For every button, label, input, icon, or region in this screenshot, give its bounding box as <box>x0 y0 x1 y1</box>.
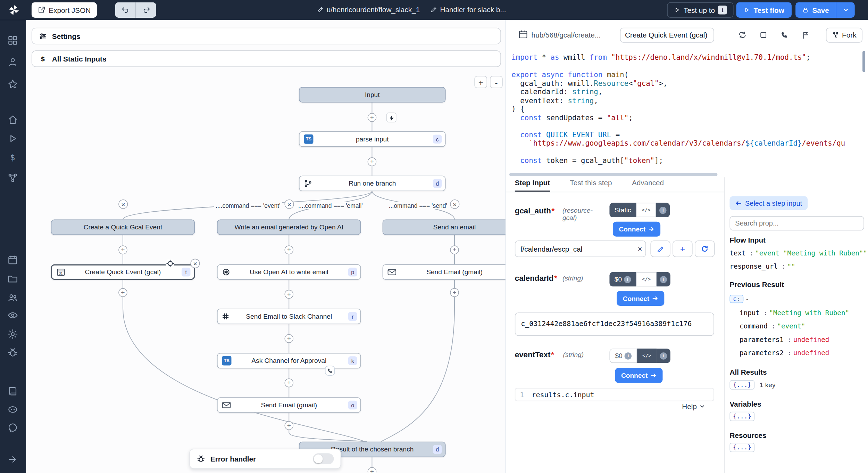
code-mode-button[interactable] <box>637 349 657 363</box>
sync-icon[interactable] <box>736 29 749 41</box>
static-value-pill[interactable]: $0 <box>609 349 637 363</box>
info-icon[interactable] <box>656 272 670 286</box>
vertical-scrollbar[interactable] <box>862 51 865 72</box>
insert-step-button[interactable] <box>118 288 127 297</box>
static-inputs-bar[interactable]: $ All Static Inputs <box>32 50 501 67</box>
tab-step-input[interactable]: Step Input <box>515 178 550 191</box>
move-step-handle[interactable] <box>166 259 175 268</box>
error-handler-toggle[interactable] <box>313 453 334 464</box>
flow-summary[interactable]: Handler for slack b... <box>440 6 506 14</box>
resource-path-input[interactable] <box>515 240 646 257</box>
flow-settings-bar[interactable]: Settings <box>32 28 501 44</box>
delete-branch-button[interactable] <box>118 199 128 209</box>
workers-bug-icon[interactable] <box>7 347 18 358</box>
export-json-button[interactable]: Export JSON <box>32 2 97 18</box>
variables-row[interactable]: {...} <box>729 412 754 421</box>
edit-summary-icon[interactable] <box>431 6 437 13</box>
square-icon[interactable] <box>757 29 769 41</box>
expand-sidebar-icon[interactable] <box>7 454 18 465</box>
save-more-button[interactable] <box>836 2 855 18</box>
search-prop-input[interactable] <box>729 216 864 230</box>
branch-header-openai[interactable]: Write an email generated by Open AI <box>217 219 361 235</box>
insert-step-button[interactable] <box>450 288 459 297</box>
step-node-gmail-2[interactable]: Send Email (gmail) <box>383 264 506 280</box>
refresh-resource-button[interactable] <box>695 240 715 257</box>
phone-icon[interactable] <box>778 29 791 41</box>
suspend-phone-icon[interactable] <box>325 366 335 376</box>
star-icon[interactable] <box>7 79 18 90</box>
prop-row[interactable]: text "event "Meeting with Ruben"" <box>729 249 867 257</box>
fork-button[interactable]: Fork <box>826 28 862 43</box>
insert-step-button[interactable] <box>368 113 377 122</box>
object-chip[interactable]: {...} <box>729 380 754 390</box>
trigger-bolt-button[interactable] <box>386 113 397 123</box>
insert-step-button[interactable] <box>368 157 377 166</box>
event-text-expression-editor[interactable]: 1 results.c.input <box>515 388 714 401</box>
schedules-calendar-icon[interactable] <box>7 254 18 266</box>
add-resource-button[interactable]: + <box>673 240 692 257</box>
flow-path[interactable]: u/henricourdent/flow_slack_1 <box>327 6 420 14</box>
calendar-id-value-editor[interactable]: c_0312442e881ae6fcf1dec23f54916a389f1c17… <box>515 312 714 336</box>
step-name-input[interactable] <box>620 28 714 43</box>
connect-button[interactable]: Connect <box>617 291 664 306</box>
insert-step-button[interactable] <box>285 378 294 388</box>
prop-row[interactable]: response_url "" <box>729 263 795 270</box>
prop-row[interactable]: c - <box>729 295 749 303</box>
help-link[interactable]: Help <box>682 402 705 411</box>
edit-path-icon[interactable] <box>317 6 324 13</box>
apps-grid-icon[interactable] <box>7 35 18 46</box>
runs-play-icon[interactable] <box>7 133 18 144</box>
audit-eye-icon[interactable] <box>7 310 18 321</box>
step-id-chip[interactable]: c <box>729 295 743 303</box>
info-icon[interactable] <box>656 203 670 217</box>
insert-step-button[interactable] <box>450 245 459 254</box>
all-results-row[interactable]: {...} 1 key <box>729 380 775 390</box>
prop-row[interactable]: parameters2 undefined <box>740 349 829 357</box>
prop-row[interactable]: command "event" <box>740 323 805 330</box>
zoom-in-button[interactable]: + <box>474 76 487 88</box>
insert-step-button[interactable] <box>285 334 294 343</box>
code-mode-button[interactable] <box>636 272 657 286</box>
settings-gear-icon[interactable] <box>7 328 18 340</box>
resources-row[interactable]: {...} <box>729 443 754 452</box>
flow-input-node[interactable]: Input <box>299 87 446 103</box>
code-editor[interactable]: import * as wmill from "https://deno.lan… <box>506 49 863 172</box>
test-flow-button[interactable]: Test flow <box>736 2 792 18</box>
tab-test-this-step[interactable]: Test this step <box>570 178 612 191</box>
static-value-pill[interactable]: $0 <box>609 272 636 286</box>
flow-canvas[interactable]: Settings $ All Static Inputs + - Input p… <box>26 20 506 473</box>
home-icon[interactable] <box>7 114 18 125</box>
prop-row[interactable]: parameters1 undefined <box>740 336 829 343</box>
save-button[interactable]: Save <box>795 2 836 18</box>
step-node-run-one-branch[interactable]: Run one branch d <box>299 176 446 191</box>
windmill-logo[interactable] <box>8 4 20 16</box>
redo-button[interactable] <box>136 2 156 18</box>
test-up-to-button[interactable]: Test up to t <box>667 2 734 18</box>
step-node-openai[interactable]: Use Open AI to write email p <box>217 264 361 280</box>
hub-path[interactable]: hub/568/gcal/create... <box>532 31 618 39</box>
hub-graph-icon[interactable] <box>7 172 18 184</box>
delete-branch-button[interactable] <box>450 199 459 209</box>
step-node-approval[interactable]: Ask Channel for Approval k <box>217 353 361 369</box>
insert-step-button[interactable] <box>285 245 294 254</box>
delete-branch-button[interactable] <box>285 199 294 209</box>
github-icon[interactable] <box>7 422 18 433</box>
step-node-slack[interactable]: Send Email to Slack Channel r <box>217 309 361 324</box>
step-node-parse-input[interactable]: parse input c <box>299 131 446 147</box>
object-chip[interactable]: {...} <box>729 412 754 421</box>
prop-row[interactable]: input "Meeting with Ruben" <box>740 309 849 317</box>
select-step-input-button[interactable]: Select a step input <box>729 196 808 210</box>
flag-icon[interactable] <box>799 29 811 41</box>
delete-step-button[interactable] <box>190 259 200 268</box>
branch-header-gcal[interactable]: Create a Quick Gcal Event <box>51 219 195 235</box>
static-mode-button[interactable]: Static <box>609 203 636 217</box>
horizontal-scrollbar[interactable] <box>509 173 717 176</box>
connect-button[interactable]: Connect <box>613 222 660 237</box>
insert-step-button[interactable] <box>285 290 294 299</box>
clear-resource-icon[interactable] <box>637 244 642 253</box>
tab-advanced[interactable]: Advanced <box>632 178 664 191</box>
user-icon[interactable] <box>7 57 18 68</box>
groups-users-icon[interactable] <box>7 292 18 303</box>
code-mode-button[interactable] <box>636 203 656 217</box>
folders-icon[interactable] <box>7 273 18 284</box>
